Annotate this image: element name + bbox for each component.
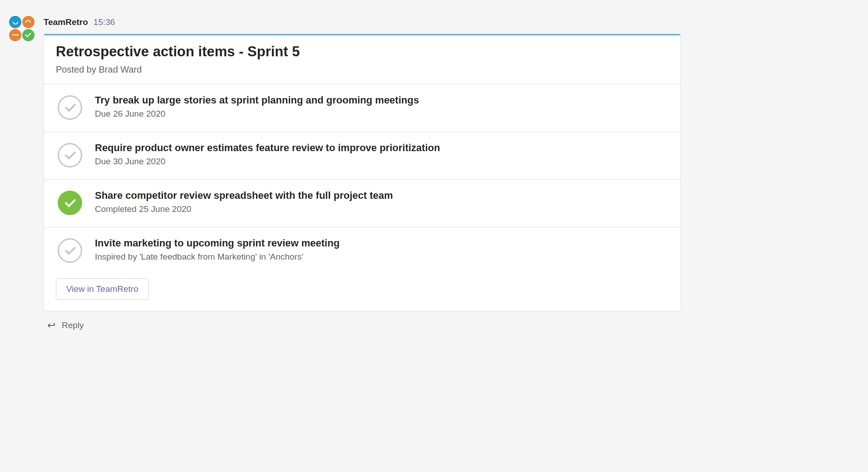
status-pending-icon[interactable] [58, 238, 82, 263]
message-header: TeamRetro 15:36 [44, 9, 681, 34]
action-item-content: Try break up large stories at sprint pla… [95, 94, 669, 119]
card-title: Retrospective action items - Sprint 5 [56, 44, 669, 60]
reply-arrow-icon: ↩ [47, 320, 55, 331]
card-posted-by: Posted by Brad Ward [56, 64, 669, 75]
action-items-card: Retrospective action items - Sprint 5 Po… [44, 34, 681, 311]
action-item-meta: Due 26 June 2020 [95, 109, 669, 119]
action-item: Invite marketing to upcoming sprint revi… [44, 227, 681, 275]
message-timestamp[interactable]: 15:36 [94, 17, 115, 27]
card-header: Retrospective action items - Sprint 5 Po… [44, 35, 681, 84]
action-item: Share competitor review spreadsheet with… [44, 180, 681, 227]
status-pending-icon[interactable] [58, 95, 82, 120]
action-item-meta: Inspired by 'Late feedback from Marketin… [95, 252, 669, 262]
teamretro-logo-icon [9, 16, 35, 41]
action-items-list: Try break up large stories at sprint pla… [44, 84, 681, 275]
action-item-title: Share competitor review spreadsheet with… [95, 190, 669, 202]
action-item-title: Require product owner estimates feature … [95, 142, 669, 154]
status-pending-icon[interactable] [58, 143, 82, 167]
action-item-title: Try break up large stories at sprint pla… [95, 94, 669, 106]
action-item-content: Share competitor review spreadsheet with… [95, 190, 669, 214]
view-in-teamretro-button[interactable]: View in TeamRetro [56, 278, 149, 300]
action-item-meta: Completed 25 June 2020 [95, 204, 669, 214]
action-item: Try break up large stories at sprint pla… [44, 84, 681, 132]
message-container: TeamRetro 15:36 Retrospective action ite… [9, 9, 681, 336]
action-item-meta: Due 30 June 2020 [95, 157, 669, 167]
action-item-title: Invite marketing to upcoming sprint revi… [95, 237, 669, 249]
card-footer: View in TeamRetro [44, 275, 681, 311]
reply-label: Reply [62, 320, 84, 330]
reply-button[interactable]: ↩ Reply [44, 311, 681, 336]
action-item-content: Require product owner estimates feature … [95, 142, 669, 167]
status-completed-icon[interactable] [58, 191, 82, 215]
action-item: Require product owner estimates feature … [44, 132, 681, 180]
app-name: TeamRetro [44, 17, 88, 27]
app-avatar [9, 16, 35, 41]
action-item-content: Invite marketing to upcoming sprint revi… [95, 237, 669, 262]
message-body: TeamRetro 15:36 Retrospective action ite… [44, 9, 681, 336]
